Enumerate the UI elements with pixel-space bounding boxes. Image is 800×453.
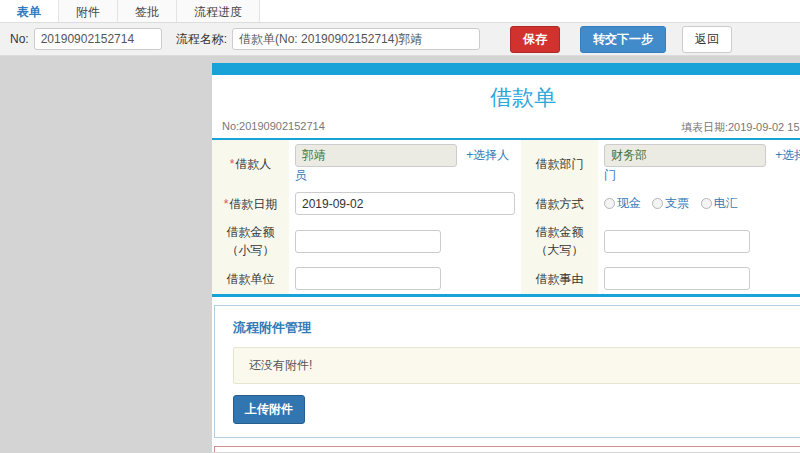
panel-top-accent-bar [212, 63, 800, 75]
tab-attachments[interactable]: 附件 [59, 0, 118, 22]
amount-upper-input[interactable] [604, 230, 750, 253]
no-input[interactable] [34, 28, 162, 50]
amount-lower-label: 借款金额（小写） [212, 219, 289, 263]
borrower-input[interactable] [295, 144, 457, 167]
back-button[interactable]: 返回 [682, 26, 732, 53]
tab-bar: 表单 附件 签批 流程进度 [0, 0, 800, 23]
flow-name-label: 流程名称: [176, 31, 227, 48]
tab-form[interactable]: 表单 [0, 0, 59, 22]
form-fill-date-text: 填表日期:2019-09-02 15:27:1 [681, 120, 800, 135]
tab-approvals[interactable]: 签批 [118, 0, 177, 22]
amount-upper-label: 借款金额（大写） [521, 219, 598, 263]
approval-section: 流程签批意见 B I abc [214, 446, 800, 452]
radio-cheque[interactable]: 支票 [652, 196, 689, 210]
tab-bar-filler [260, 0, 800, 22]
content-area: 借款单 No:20190902152714 填表日期:2019-09-02 15… [0, 56, 800, 452]
loan-unit-label: 借款单位 [212, 263, 289, 294]
loan-unit-input[interactable] [295, 267, 441, 290]
save-button[interactable]: 保存 [510, 26, 560, 53]
radio-circle-icon [604, 198, 615, 209]
table-row: 借款金额（小写） 借款金额（大写） [212, 219, 800, 263]
radio-wire[interactable]: 电汇 [701, 196, 738, 210]
form-bottom-accent-line [212, 294, 800, 297]
required-mark: * [224, 197, 229, 211]
forward-next-step-button[interactable]: 转交下一步 [580, 26, 666, 53]
form-no-text: No:20190902152714 [222, 120, 325, 135]
amount-lower-input[interactable] [295, 230, 441, 253]
toolbar: No: 流程名称: 保存 转交下一步 返回 [0, 23, 800, 56]
loan-form-panel: 借款单 No:20190902152714 填表日期:2019-09-02 15… [212, 63, 800, 452]
loan-reason-input[interactable] [604, 267, 750, 290]
loan-method-label: 借款方式 [521, 188, 598, 219]
form-meta-row: No:20190902152714 填表日期:2019-09-02 15:27:… [212, 118, 800, 140]
loan-reason-label: 借款事由 [521, 263, 598, 294]
radio-circle-icon [652, 198, 663, 209]
loan-date-label: *借款日期 [212, 188, 289, 219]
loan-form-table: *借款人 +选择人员 借款部门 +选择部门 *借款日期 [212, 140, 800, 294]
page-title: 借款单 [212, 75, 800, 118]
table-row: *借款人 +选择人员 借款部门 +选择部门 [212, 140, 800, 188]
radio-circle-icon [701, 198, 712, 209]
flow-name-input[interactable] [232, 28, 480, 50]
loan-date-input[interactable] [295, 192, 515, 215]
attachment-section-title: 流程附件管理 [233, 319, 800, 337]
dept-input[interactable] [604, 144, 766, 167]
tab-progress[interactable]: 流程进度 [177, 0, 260, 22]
radio-cash[interactable]: 现金 [604, 196, 641, 210]
no-attachment-alert: 还没有附件! [233, 347, 800, 384]
no-label: No: [10, 32, 29, 46]
table-row: 借款单位 借款事由 [212, 263, 800, 294]
attachment-section: 流程附件管理 还没有附件! 上传附件 [214, 305, 800, 438]
borrower-label: *借款人 [212, 140, 289, 188]
table-row: *借款日期 借款方式 现金 支票 电汇 [212, 188, 800, 219]
dept-label: 借款部门 [521, 140, 598, 188]
required-mark: * [230, 157, 235, 171]
upload-attachment-button[interactable]: 上传附件 [233, 395, 305, 424]
loan-method-radio-group: 现金 支票 电汇 [604, 196, 746, 210]
